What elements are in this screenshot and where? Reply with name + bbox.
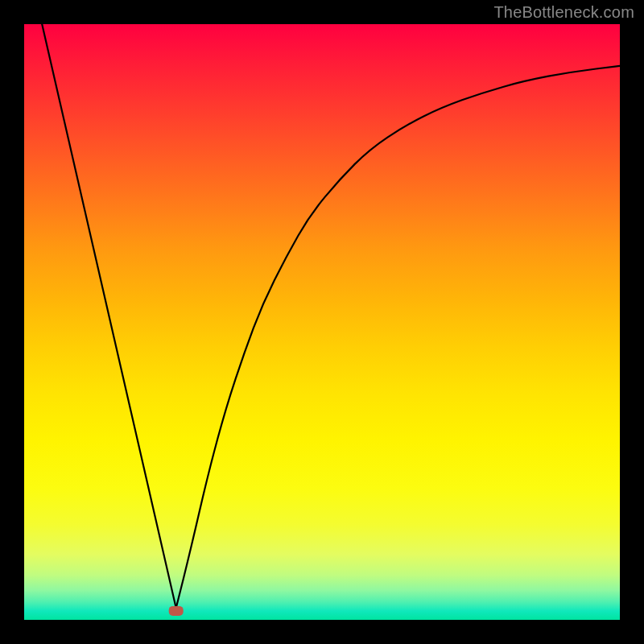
curve-left-branch xyxy=(42,24,176,608)
curve-layer xyxy=(24,24,620,620)
minimum-marker xyxy=(169,606,184,616)
plot-area xyxy=(24,24,620,620)
bottleneck-curve xyxy=(42,24,620,608)
chart-frame: TheBottleneck.com xyxy=(0,0,644,644)
watermark-text: TheBottleneck.com xyxy=(493,3,634,22)
curve-right-branch xyxy=(176,66,620,608)
